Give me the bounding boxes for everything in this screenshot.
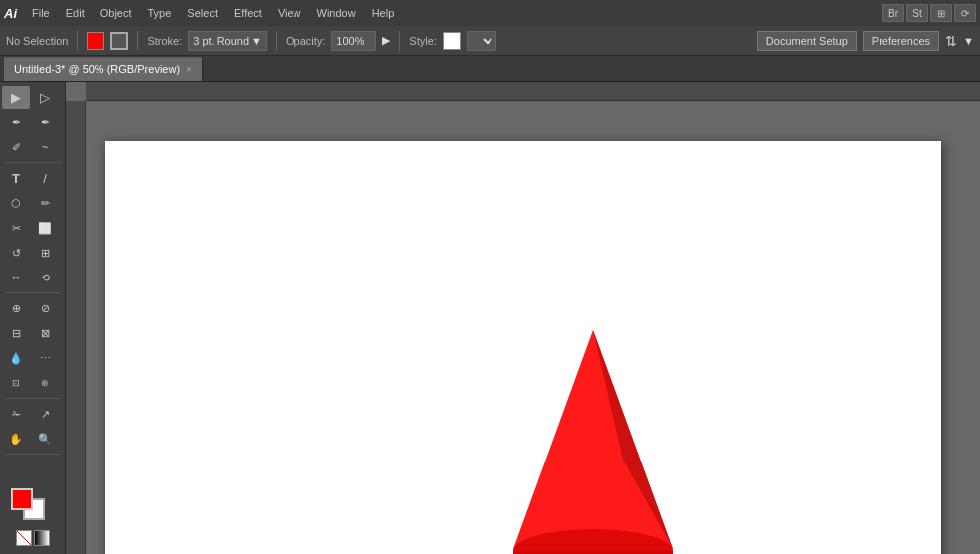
color-mode-icons: [16, 530, 50, 546]
color-section: [2, 484, 63, 550]
width-tool[interactable]: ⟲: [31, 266, 59, 289]
scissors-tool[interactable]: ✁: [2, 402, 30, 426]
blend-tool[interactable]: ⋯: [31, 346, 59, 370]
mesh-tool[interactable]: ⊟: [2, 321, 30, 345]
rotate-tool[interactable]: ⬜: [31, 216, 59, 240]
menu-effect[interactable]: Effect: [227, 5, 269, 21]
stroke-dropdown-icon: ▼: [251, 35, 262, 47]
cone-graphic[interactable]: [484, 320, 702, 554]
tool-divider-2: [5, 292, 61, 293]
cone-svg: [484, 320, 702, 554]
tool-row-12: ⊡ ⊛: [2, 371, 63, 395]
tools-panel: ▶ ▷ ✒ ✒ ✐ ~ T / ⬡ ✏ ✂ ⬜ ↺ ⊞ ↔ ⟲: [0, 82, 66, 554]
selection-status: No Selection: [6, 35, 68, 47]
zoom-tool[interactable]: 🔍: [31, 427, 59, 451]
symbol-sprayer-tool[interactable]: ⊕: [2, 296, 30, 320]
color-swatches: [11, 488, 55, 524]
stroke-label: Stroke:: [147, 35, 182, 47]
tool-row-7: ↺ ⊞: [2, 241, 63, 265]
divider2: [137, 31, 138, 51]
menu-window[interactable]: Window: [310, 5, 363, 21]
warp-tool[interactable]: ↔: [2, 266, 30, 289]
fill-color-box[interactable]: [11, 488, 33, 510]
canvas-area: [66, 82, 980, 554]
tool-row-1: ▶ ▷: [2, 86, 63, 109]
stroke-weight-value: 3 pt.: [193, 35, 214, 47]
tool-row-8: ↔ ⟲: [2, 266, 63, 289]
direct-selection-tool[interactable]: ▷: [31, 86, 59, 109]
preferences-button[interactable]: Preferences: [863, 31, 939, 51]
hand-tool[interactable]: ✋: [2, 427, 30, 451]
grid-icon[interactable]: ⊞: [930, 4, 952, 22]
divider: [77, 31, 78, 51]
stock-icon[interactable]: St: [906, 4, 928, 22]
menu-file[interactable]: File: [25, 5, 57, 21]
main-layout: ▶ ▷ ✒ ✒ ✐ ~ T / ⬡ ✏ ✂ ⬜ ↺ ⊞ ↔ ⟲: [0, 82, 980, 554]
menu-type[interactable]: Type: [141, 5, 179, 21]
tool-row-11: 💧 ⋯: [2, 346, 63, 370]
artboard-tool[interactable]: ↗: [31, 402, 59, 426]
smooth-tool[interactable]: ~: [31, 135, 59, 159]
tool-divider-4: [5, 454, 61, 455]
selection-tool[interactable]: ▶: [2, 86, 30, 109]
artboard: [105, 141, 941, 554]
opacity-label: Opacity:: [286, 35, 325, 47]
menubar: Ai File Edit Object Type Select Effect V…: [0, 0, 980, 26]
stroke-weight-display[interactable]: 3 pt. Round ▼: [188, 31, 267, 51]
none-icon[interactable]: [16, 530, 32, 546]
tabbar: Untitled-3* @ 50% (RGB/Preview) ×: [0, 56, 980, 82]
optionsbar: No Selection Stroke: 3 pt. Round ▼ Opaci…: [0, 26, 980, 56]
cone-body: [513, 330, 673, 549]
tool-row-2: ✒ ✒: [2, 110, 63, 134]
arrange-icon[interactable]: ⇅: [945, 33, 957, 49]
tool-row-6: ✂ ⬜: [2, 216, 63, 240]
style-select[interactable]: [467, 31, 496, 51]
tool-row-14: ✋ 🔍: [2, 427, 63, 451]
tool-divider-1: [5, 162, 61, 163]
tab-close-button[interactable]: ×: [186, 64, 192, 75]
opacity-input[interactable]: [331, 31, 376, 51]
line-tool[interactable]: /: [31, 166, 59, 190]
active-tab[interactable]: Untitled-3* @ 50% (RGB/Preview) ×: [4, 57, 203, 81]
reflect-tool[interactable]: ↺: [2, 241, 30, 265]
opacity-dropdown-icon[interactable]: ▶: [382, 34, 390, 47]
vertical-ruler: [66, 101, 86, 554]
tool-divider-3: [5, 398, 61, 399]
menu-edit[interactable]: Edit: [59, 5, 92, 21]
divider3: [276, 31, 277, 51]
workspace-dropdown-icon[interactable]: ▼: [963, 35, 974, 47]
perspective-tool[interactable]: ⊛: [31, 371, 59, 395]
tool-row-5: ⬡ ✏: [2, 191, 63, 215]
horizontal-ruler: [86, 82, 980, 101]
eraser-tool[interactable]: ✂: [2, 216, 30, 240]
stroke-type-value: Round: [217, 35, 249, 47]
sync-icon[interactable]: ⟳: [954, 4, 976, 22]
shape-tool[interactable]: ⬡: [2, 191, 30, 215]
document-setup-button[interactable]: Document Setup: [757, 31, 857, 51]
pencil-tool[interactable]: ✐: [2, 135, 30, 159]
paintbrush-tool[interactable]: ✏: [31, 191, 59, 215]
tool-row-10: ⊟ ⊠: [2, 321, 63, 345]
style-label: Style:: [409, 35, 437, 47]
free-transform-tool[interactable]: ⊞: [31, 241, 59, 265]
gradient-icon[interactable]: [34, 530, 50, 546]
menu-object[interactable]: Object: [94, 5, 139, 21]
eyedropper-tool[interactable]: 💧: [2, 346, 30, 370]
tool-row-4: T /: [2, 166, 63, 190]
tool-row-13: ✁ ↗: [2, 402, 63, 426]
column-graph-tool[interactable]: ⊘: [31, 296, 59, 320]
gradient-tool[interactable]: ⊠: [31, 321, 59, 345]
add-anchor-tool[interactable]: ✒: [31, 110, 59, 134]
menu-view[interactable]: View: [271, 5, 308, 21]
menu-help[interactable]: Help: [365, 5, 402, 21]
style-swatch[interactable]: [443, 32, 461, 50]
stroke-swatch[interactable]: [110, 32, 128, 50]
type-tool[interactable]: T: [2, 166, 30, 190]
pen-tool[interactable]: ✒: [2, 110, 30, 134]
menu-select[interactable]: Select: [180, 5, 225, 21]
tool-row-3: ✐ ~: [2, 135, 63, 159]
divider4: [399, 31, 400, 51]
bridge-icon[interactable]: Br: [882, 4, 904, 22]
fill-swatch[interactable]: [87, 32, 104, 50]
live-paint-tool[interactable]: ⊡: [2, 371, 30, 395]
